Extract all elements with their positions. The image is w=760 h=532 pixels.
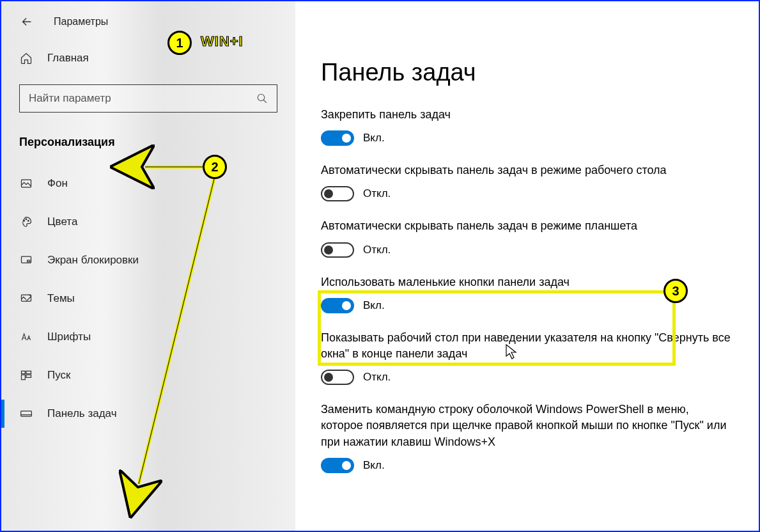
toggle-state: Откл. — [363, 244, 391, 256]
taskbar-icon — [19, 407, 33, 421]
setting-lock-taskbar: Закрепить панель задач Вкл. — [321, 107, 733, 146]
fonts-icon — [19, 330, 33, 344]
toggle-autohide-desktop[interactable] — [321, 186, 354, 201]
setting-label: Автоматически скрывать панель задач в ре… — [321, 218, 733, 234]
toggle-powershell[interactable] — [321, 458, 354, 473]
setting-label: Автоматически скрывать панель задач в ре… — [321, 162, 733, 178]
svg-point-0 — [258, 94, 265, 101]
sidebar-item-colors[interactable]: Цвета — [1, 203, 295, 241]
sidebar-item-label: Экран блокировки — [47, 254, 139, 267]
annotation-badge-2: 2 — [203, 155, 227, 179]
svg-rect-11 — [26, 375, 31, 377]
sidebar-item-taskbar[interactable]: Панель задач — [1, 395, 295, 433]
start-icon — [19, 368, 33, 382]
toggle-state: Откл. — [363, 371, 391, 384]
setting-powershell: Заменить командную строку оболочкой Wind… — [321, 402, 733, 473]
sidebar-item-label: Шрифты — [47, 331, 91, 343]
setting-autohide-desktop: Автоматически скрывать панель задач в ре… — [321, 162, 733, 201]
search-box[interactable] — [19, 84, 277, 113]
sidebar-item-lockscreen[interactable]: Экран блокировки — [1, 241, 295, 279]
home-label: Главная — [47, 52, 89, 65]
toggle-small-buttons[interactable] — [321, 298, 354, 313]
toggle-lock-taskbar[interactable] — [321, 130, 354, 146]
sidebar-item-themes[interactable]: Темы — [1, 279, 295, 318]
toggle-state: Вкл. — [363, 132, 385, 145]
category-title: Персонализация — [1, 125, 295, 164]
toggle-autohide-tablet[interactable] — [321, 242, 354, 258]
search-icon — [256, 93, 268, 104]
toggle-state: Откл. — [363, 187, 391, 200]
setting-label: Заменить командную строку оболочкой Wind… — [321, 402, 733, 450]
palette-icon — [19, 215, 33, 229]
svg-point-2 — [24, 221, 25, 222]
toggle-state: Вкл. — [363, 299, 385, 312]
svg-rect-8 — [22, 371, 26, 373]
setting-autohide-tablet: Автоматически скрывать панель задач в ре… — [321, 218, 733, 257]
svg-rect-6 — [27, 260, 30, 262]
annotation-badge-1: 1 — [167, 31, 192, 55]
main-content: Панель задач Закрепить панель задач Вкл.… — [295, 1, 759, 531]
toggle-state: Вкл. — [363, 459, 385, 472]
sidebar-item-background[interactable]: Фон — [1, 164, 295, 203]
sidebar-item-fonts[interactable]: Шрифты — [1, 318, 295, 356]
sidebar-item-label: Панель задач — [47, 407, 117, 420]
annotation-badge-3: 3 — [663, 279, 688, 303]
svg-rect-9 — [26, 371, 31, 373]
header-row: Параметры — [1, 14, 295, 42]
setting-label: Показывать рабочий стол при наведении ук… — [321, 330, 733, 362]
sidebar-item-label: Темы — [47, 292, 75, 305]
image-icon — [19, 176, 33, 191]
home-icon — [19, 51, 33, 65]
settings-window: Параметры Главная Персонализация Фон Цве… — [0, 0, 760, 532]
home-nav[interactable]: Главная — [1, 42, 295, 74]
setting-label: Закрепить панель задач — [321, 107, 733, 123]
setting-peek-desktop: Показывать рабочий стол при наведении ук… — [321, 330, 733, 385]
lockscreen-icon — [19, 253, 33, 267]
sidebar: Параметры Главная Персонализация Фон Цве… — [1, 1, 295, 531]
search-input[interactable] — [29, 92, 256, 105]
back-button[interactable] — [19, 14, 35, 29]
svg-point-3 — [26, 219, 27, 220]
svg-point-4 — [28, 221, 29, 222]
sidebar-item-start[interactable]: Пуск — [1, 356, 295, 395]
cursor-icon — [505, 343, 518, 360]
page-title: Панель задач — [321, 59, 733, 86]
sidebar-item-label: Цвета — [47, 215, 77, 228]
arrow-left-icon — [20, 15, 34, 29]
svg-rect-12 — [21, 411, 32, 416]
svg-rect-10 — [22, 375, 26, 380]
app-title: Параметры — [54, 16, 108, 27]
sidebar-item-label: Фон — [47, 177, 68, 190]
sidebar-item-label: Пуск — [47, 369, 70, 382]
toggle-peek-desktop[interactable] — [321, 370, 354, 385]
annotation-shortcut-label: WIN+I — [201, 33, 244, 50]
themes-icon — [19, 292, 33, 306]
